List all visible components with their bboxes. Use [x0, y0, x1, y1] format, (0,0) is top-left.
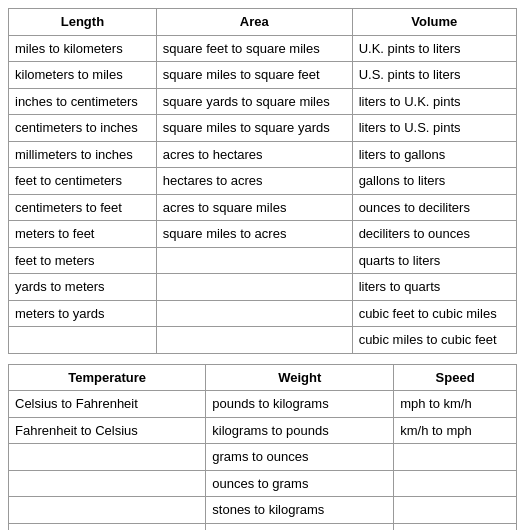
table-cell: cubic miles to cubic feet [352, 327, 516, 354]
table-cell [9, 497, 206, 524]
table-cell: yards to meters [9, 274, 157, 301]
table-cell: Fahrenheit to Celsius [9, 417, 206, 444]
table-row: feet to centimetershectares to acresgall… [9, 168, 517, 195]
table-cell: liters to U.S. pints [352, 115, 516, 142]
table-row: cubic miles to cubic feet [9, 327, 517, 354]
table-cell: ounces to grams [206, 470, 394, 497]
table-cell: centimeters to feet [9, 194, 157, 221]
table-cell: square feet to square miles [156, 35, 352, 62]
length-area-volume-table: Length Area Volume miles to kilometerssq… [8, 8, 517, 354]
table-cell: square miles to square yards [156, 115, 352, 142]
table-row: miles to kilometerssquare feet to square… [9, 35, 517, 62]
table-cell: liters to quarts [352, 274, 516, 301]
table-row: meters to yardscubic feet to cubic miles [9, 300, 517, 327]
table-cell: centimeters to inches [9, 115, 157, 142]
table-cell: grams to ounces [206, 444, 394, 471]
table-cell: feet to meters [9, 247, 157, 274]
table-cell: inches to centimeters [9, 88, 157, 115]
table-cell: meters to feet [9, 221, 157, 248]
table-cell: feet to centimeters [9, 168, 157, 195]
table-cell: U.S. pints to liters [352, 62, 516, 89]
table-cell [394, 523, 517, 530]
table-row: ounces to grams [9, 470, 517, 497]
table-cell: Celsius to Fahrenheit [9, 391, 206, 418]
table-cell [9, 470, 206, 497]
table-cell [156, 327, 352, 354]
table-row: feet to metersquarts to liters [9, 247, 517, 274]
table-cell [156, 300, 352, 327]
table-cell: kilometers to miles [9, 62, 157, 89]
temperature-weight-speed-table: Temperature Weight Speed Celsius to Fahr… [8, 364, 517, 531]
table-cell: liters to U.K. pints [352, 88, 516, 115]
table-cell [156, 247, 352, 274]
table-cell: ounces to deciliters [352, 194, 516, 221]
table-cell: square miles to square feet [156, 62, 352, 89]
table-cell: cubic feet to cubic miles [352, 300, 516, 327]
table-row: stones to kilograms [9, 497, 517, 524]
table-cell: mph to km/h [394, 391, 517, 418]
header-volume: Volume [352, 9, 516, 36]
table-cell: miles to kilometers [9, 35, 157, 62]
header-area: Area [156, 9, 352, 36]
table-cell [9, 523, 206, 530]
header-speed: Speed [394, 364, 517, 391]
table-row: inches to centimeterssquare yards to squ… [9, 88, 517, 115]
table-cell: quarts to liters [352, 247, 516, 274]
table-cell [156, 274, 352, 301]
table-row: centimeters to inchessquare miles to squ… [9, 115, 517, 142]
table-cell: acres to square miles [156, 194, 352, 221]
table-cell: meters to yards [9, 300, 157, 327]
header-length: Length [9, 9, 157, 36]
table-row: Fahrenheit to Celsiuskilograms to pounds… [9, 417, 517, 444]
table-row: meters to feetsquare miles to acresdecil… [9, 221, 517, 248]
table-cell [394, 470, 517, 497]
table-cell: stones to kilograms [206, 497, 394, 524]
table-row: millimeters to inchesacres to hectaresli… [9, 141, 517, 168]
table-cell: deciliters to ounces [352, 221, 516, 248]
header-weight: Weight [206, 364, 394, 391]
table-row: kilometers to milessquare miles to squar… [9, 62, 517, 89]
table-row: centimeters to feetacres to square miles… [9, 194, 517, 221]
table-cell [394, 497, 517, 524]
table-row: kilograms to stones [9, 523, 517, 530]
table-cell: pounds to kilograms [206, 391, 394, 418]
table-cell: square yards to square miles [156, 88, 352, 115]
table-cell [394, 444, 517, 471]
table-cell: gallons to liters [352, 168, 516, 195]
table-row: grams to ounces [9, 444, 517, 471]
table-cell: U.K. pints to liters [352, 35, 516, 62]
table-cell: km/h to mph [394, 417, 517, 444]
table-cell: square miles to acres [156, 221, 352, 248]
table-row: yards to metersliters to quarts [9, 274, 517, 301]
table-cell [9, 327, 157, 354]
table-cell: acres to hectares [156, 141, 352, 168]
table-row: Celsius to Fahrenheitpounds to kilograms… [9, 391, 517, 418]
table-cell: kilograms to pounds [206, 417, 394, 444]
table-cell: kilograms to stones [206, 523, 394, 530]
table-cell [9, 444, 206, 471]
table-cell: liters to gallons [352, 141, 516, 168]
table-cell: millimeters to inches [9, 141, 157, 168]
header-temperature: Temperature [9, 364, 206, 391]
table-cell: hectares to acres [156, 168, 352, 195]
